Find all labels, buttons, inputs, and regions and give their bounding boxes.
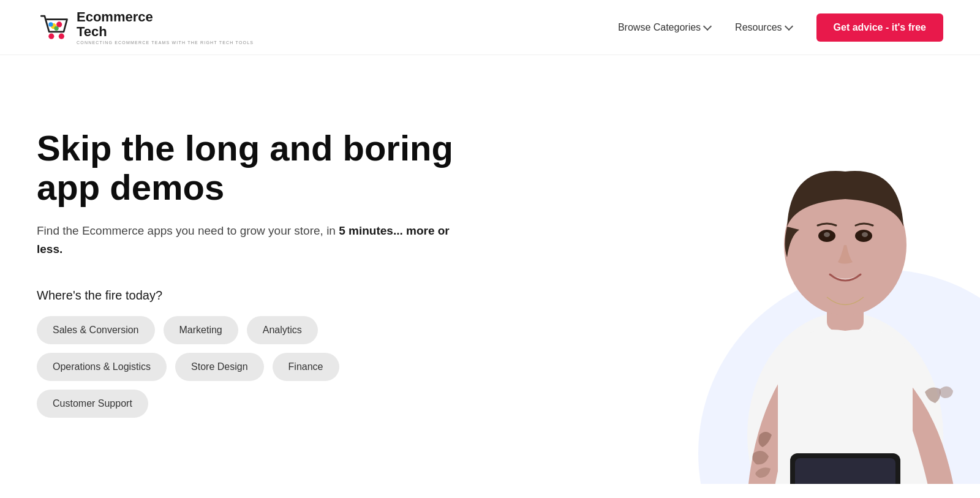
pill-analytics[interactable]: Analytics	[247, 316, 318, 344]
category-pills-row3: Customer Support	[37, 390, 453, 418]
pill-finance[interactable]: Finance	[273, 353, 339, 381]
svg-point-0	[48, 34, 54, 39]
logo-brand: Ecommerce Tech	[77, 10, 254, 39]
logo-tagline: CONNECTING ECOMMERCE TEAMS WITH THE RIGH…	[77, 40, 254, 45]
pill-store-design[interactable]: Store Design	[175, 353, 264, 381]
hero-subtitle: Find the Ecommerce apps you need to grow…	[37, 222, 453, 259]
category-pills-row2: Operations & Logistics Store Design Fina…	[37, 353, 453, 381]
pill-marketing[interactable]: Marketing	[164, 316, 238, 344]
logo-cart-icon	[37, 10, 70, 44]
hero-person-illustration	[564, 55, 980, 484]
svg-point-4	[54, 26, 58, 31]
pill-sales-conversion[interactable]: Sales & Conversion	[37, 316, 155, 344]
category-pills-row1: Sales & Conversion Marketing Analytics	[37, 316, 453, 344]
resources-chevron-icon	[785, 22, 793, 31]
logo[interactable]: Ecommerce Tech CONNECTING ECOMMERCE TEAM…	[37, 10, 254, 45]
site-header: Ecommerce Tech CONNECTING ECOMMERCE TEAM…	[0, 0, 980, 55]
svg-point-5	[48, 22, 53, 26]
hero-content: Skip the long and boring app demos Find …	[37, 92, 453, 426]
svg-point-1	[59, 34, 64, 39]
browse-chevron-icon	[703, 22, 712, 31]
svg-rect-16	[795, 458, 895, 484]
browse-categories-nav[interactable]: Browse Categories	[618, 22, 710, 33]
get-advice-button[interactable]: Get advice - it's free	[816, 13, 943, 42]
pill-customer-support[interactable]: Customer Support	[37, 390, 148, 418]
pill-operations-logistics[interactable]: Operations & Logistics	[37, 353, 167, 381]
resources-nav[interactable]: Resources	[735, 22, 791, 33]
svg-point-11	[824, 232, 830, 237]
hero-image	[564, 55, 980, 484]
hero-title: Skip the long and boring app demos	[37, 129, 453, 207]
svg-point-13	[862, 232, 868, 237]
fire-question: Where's the fire today?	[37, 289, 453, 303]
logo-text: Ecommerce Tech CONNECTING ECOMMERCE TEAM…	[77, 10, 254, 45]
hero-section: Skip the long and boring app demos Find …	[0, 55, 980, 484]
main-nav: Browse Categories Resources Get advice -…	[618, 13, 943, 42]
